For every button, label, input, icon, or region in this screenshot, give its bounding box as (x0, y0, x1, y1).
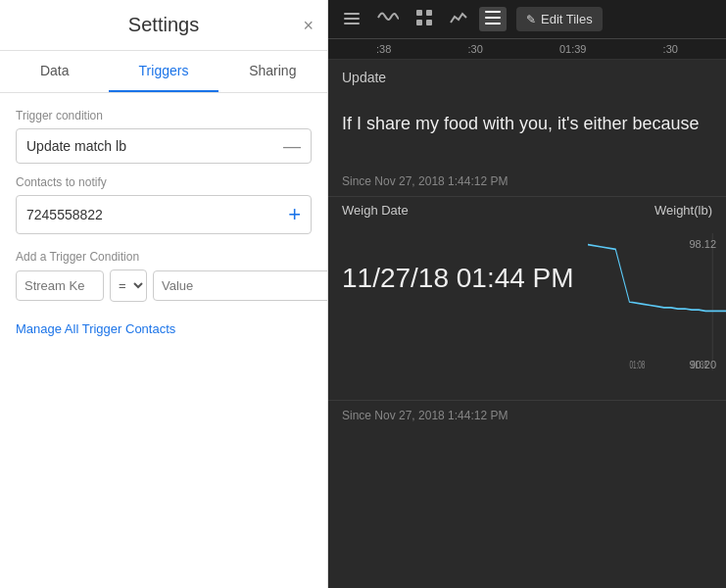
remove-condition-button[interactable]: — (283, 137, 301, 155)
grid-icon (416, 10, 432, 28)
since-label-bottom: Since Nov 27, 2018 1:44:12 PM (328, 400, 726, 430)
add-trigger-label: Add a Trigger Condition (16, 250, 312, 264)
tab-triggers[interactable]: Triggers (109, 51, 218, 92)
chart-icon-button[interactable] (444, 7, 473, 31)
svg-rect-8 (485, 17, 501, 19)
add-contact-button[interactable]: + (288, 204, 301, 225)
tick-3: 01:39 (559, 43, 587, 55)
tab-data[interactable]: Data (0, 51, 109, 92)
wave-icon (377, 10, 399, 28)
panel-body: Trigger condition Update match lb — Cont… (0, 93, 327, 588)
update-label: Update (328, 60, 726, 91)
svg-rect-2 (344, 23, 360, 24)
wave-icon-button[interactable] (371, 6, 405, 32)
add-trigger-row: = ≠ > < + (16, 270, 312, 302)
chart-container: 98.12 01:08 01:38 90.20 (588, 233, 726, 390)
settings-header: Settings × (0, 0, 327, 51)
tick-1: :38 (376, 43, 391, 55)
svg-rect-0 (344, 13, 360, 15)
svg-text:01:08: 01:08 (629, 359, 645, 370)
menu-icon-button[interactable] (338, 8, 365, 31)
svg-rect-3 (416, 10, 422, 16)
pencil-icon: ✎ (526, 13, 536, 26)
svg-rect-9 (485, 23, 501, 24)
contact-number: 7245558822 (26, 207, 103, 222)
edit-tiles-button[interactable]: ✎ Edit Tiles (516, 7, 603, 31)
tab-sharing[interactable]: Sharing (218, 51, 327, 92)
hamburger-icon (344, 12, 360, 27)
since-label-top: Since Nov 27, 2018 1:44:12 PM (328, 167, 726, 196)
tick-2: :30 (468, 43, 483, 55)
contacts-box: 7245558822 + (16, 195, 312, 234)
svg-rect-6 (426, 20, 432, 25)
list-icon (485, 11, 501, 27)
chart-bottom-value: 90.20 (689, 359, 716, 370)
settings-title: Settings (128, 14, 199, 36)
svg-rect-7 (485, 11, 501, 13)
trigger-condition-box: Update match lb — (16, 128, 312, 164)
list-icon-button[interactable] (479, 7, 507, 31)
quote-text: If I share my food with you, it's either… (328, 91, 726, 167)
stream-key-input[interactable] (16, 270, 104, 301)
timeline-ticks: :38 :30 01:39 :30 (338, 43, 716, 55)
big-datetime: 11/27/18 01:44 PM (328, 223, 588, 304)
svg-rect-1 (344, 18, 360, 20)
weight-chart: 01:08 01:38 (588, 233, 726, 370)
timeline-bar: :38 :30 01:39 :30 (328, 39, 726, 60)
chart-top-value: 98.12 (689, 238, 716, 250)
dashboard-panel: ✎ Edit Tiles :38 :30 01:39 :30 Update If… (328, 0, 726, 588)
content-area: Update If I share my food with you, it's… (328, 60, 726, 588)
trigger-condition-text: Update match lb (26, 138, 126, 154)
right-toolbar: ✎ Edit Tiles (328, 0, 726, 39)
manage-contacts-link[interactable]: Manage All Trigger Contacts (16, 321, 175, 336)
svg-rect-4 (426, 10, 432, 16)
operator-select[interactable]: = ≠ > < (110, 270, 147, 302)
contacts-label: Contacts to notify (16, 175, 312, 189)
col-weigh-date: Weigh Date (342, 203, 409, 218)
tick-4: :30 (663, 43, 678, 55)
chart-datetime-row: 11/27/18 01:44 PM 98.12 01:08 01:38 90.2… (328, 223, 726, 390)
value-input[interactable] (153, 270, 327, 301)
col-weight-lb: Weight(lb) (654, 203, 712, 218)
settings-panel: Settings × Data Triggers Sharing Trigger… (0, 0, 328, 588)
close-button[interactable]: × (303, 17, 314, 34)
chart-line-icon (450, 11, 467, 27)
edit-tiles-label: Edit Tiles (541, 12, 593, 26)
table-header: Weigh Date Weight(lb) (328, 196, 726, 223)
grid-icon-button[interactable] (411, 6, 438, 32)
tabs-bar: Data Triggers Sharing (0, 51, 327, 93)
trigger-condition-label: Trigger condition (16, 109, 312, 122)
svg-rect-5 (416, 20, 422, 25)
